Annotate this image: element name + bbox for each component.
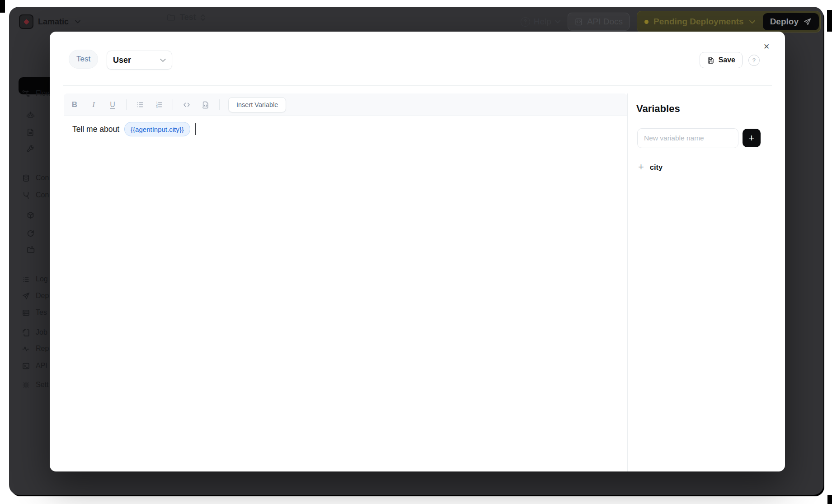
sidebar-item-label: Tes xyxy=(36,308,47,317)
editor-text: Tell me about xyxy=(72,125,119,134)
pending-deployments-label: Pending Deployments xyxy=(653,17,744,27)
database-icon xyxy=(22,174,30,182)
sidebar-item-connections[interactable]: Con xyxy=(22,187,49,203)
box-icon xyxy=(26,211,35,219)
insert-variable-button[interactable]: Insert Variable xyxy=(228,97,286,112)
sidebar-item-files[interactable] xyxy=(22,242,40,258)
connections-icon xyxy=(22,191,30,200)
sidebar-item-integrations[interactable] xyxy=(22,225,40,241)
api-docs-button[interactable]: API Docs xyxy=(568,13,630,31)
code-block-button[interactable] xyxy=(196,93,215,116)
lamatic-logo-icon xyxy=(19,14,33,29)
agent-icon xyxy=(26,111,35,119)
sidebar-item-jobs[interactable]: Job xyxy=(22,324,47,341)
sidebar-item-deployments[interactable]: Dep xyxy=(22,288,49,304)
save-icon xyxy=(707,56,714,64)
table-icon xyxy=(22,308,30,317)
add-variable-button[interactable]: + xyxy=(743,129,761,147)
sidebar-item-api[interactable]: API xyxy=(22,358,47,374)
help-icon[interactable]: ? xyxy=(748,55,760,66)
wrench-icon xyxy=(26,145,35,153)
sidebar-item-models[interactable] xyxy=(22,207,40,223)
chevron-down-icon xyxy=(160,58,166,62)
sidebar-item-label: Dep xyxy=(36,292,49,300)
sidebar-item-label: API xyxy=(36,362,47,370)
variable-name: city xyxy=(650,163,663,172)
folder-export-icon xyxy=(26,246,35,254)
chevron-down-icon xyxy=(555,20,560,23)
logs-icon xyxy=(22,275,30,284)
text-caret xyxy=(195,123,196,135)
toolbar-divider xyxy=(219,99,220,110)
ordered-list-button[interactable]: 123 xyxy=(150,93,169,116)
plus-icon: + xyxy=(749,132,755,144)
sidebar-item-label: Sett xyxy=(36,381,48,389)
flows-icon xyxy=(22,89,30,98)
help-circle-icon: ? xyxy=(521,17,530,27)
sidebar-item-context[interactable]: Con xyxy=(22,170,49,186)
svg-text:3: 3 xyxy=(156,105,158,108)
sidebar-item-label: Flow xyxy=(36,89,51,98)
sort-chevrons-icon xyxy=(200,14,206,21)
sidebar-item-tests[interactable]: Tes xyxy=(22,304,47,321)
screen-edge-artifact xyxy=(0,0,5,13)
variable-list-item[interactable]: + city xyxy=(638,162,663,172)
file-code-icon xyxy=(202,101,210,109)
sidebar-item-label: Log xyxy=(36,275,48,283)
project-name: Test xyxy=(180,13,196,22)
test-badge[interactable]: Test xyxy=(69,50,98,69)
project-switcher[interactable]: Test xyxy=(166,13,206,22)
editor-toolbar: B I U 123 Insert Variable xyxy=(64,93,627,116)
document-icon xyxy=(26,128,35,136)
variable-chip[interactable]: {{agentInput.city}} xyxy=(124,122,190,136)
pending-deployments[interactable]: Pending Deployments Deploy xyxy=(637,11,821,33)
deploy-button[interactable]: Deploy xyxy=(763,13,819,30)
prompt-editor-modal: ✕ Test User Save ? B I U 123 xyxy=(50,32,785,471)
sidebar-item-label: Con xyxy=(36,174,49,182)
screen-edge-artifact xyxy=(827,495,832,504)
sidebar-item-settings[interactable]: Sett xyxy=(22,377,48,393)
underline-button[interactable]: U xyxy=(103,93,122,116)
status-dot-icon xyxy=(644,20,649,24)
close-icon[interactable]: ✕ xyxy=(761,42,772,52)
activity-icon xyxy=(22,345,30,353)
sidebar-item-tools[interactable] xyxy=(22,140,40,157)
code-button[interactable] xyxy=(177,93,196,116)
sidebar-item-prompts[interactable] xyxy=(22,124,40,140)
sidebar-item-logs[interactable]: Log xyxy=(22,271,48,287)
deploy-label: Deploy xyxy=(770,17,799,27)
toolbar-divider xyxy=(173,99,173,110)
chevron-down-icon[interactable] xyxy=(749,20,755,24)
italic-button[interactable]: I xyxy=(84,93,103,116)
ordered-list-icon: 123 xyxy=(155,101,163,109)
sidebar-item-label: Rep xyxy=(36,345,49,353)
terminal-icon xyxy=(22,362,30,370)
folder-icon xyxy=(166,13,176,22)
jobs-icon xyxy=(22,328,30,337)
plus-icon: + xyxy=(638,162,644,172)
sidebar-item-reports[interactable]: Rep xyxy=(22,341,49,357)
api-docs-label: API Docs xyxy=(587,17,623,27)
send-icon xyxy=(22,292,30,300)
chevron-down-icon[interactable] xyxy=(75,20,80,23)
panel-divider xyxy=(627,93,628,471)
bullet-list-icon xyxy=(136,101,144,109)
help-menu[interactable]: ? Help xyxy=(521,17,560,27)
toolbar-divider xyxy=(126,99,127,110)
help-label: Help xyxy=(534,17,551,27)
docs-icon xyxy=(574,18,583,26)
send-icon xyxy=(803,18,812,26)
sidebar-item-agents[interactable] xyxy=(22,107,40,123)
save-button[interactable]: Save xyxy=(700,52,743,68)
editor-content[interactable]: Tell me about {{agentInput.city}} xyxy=(64,117,627,467)
code-icon xyxy=(183,101,191,109)
bold-button[interactable]: B xyxy=(65,93,84,116)
topbar: Lamatic Test ? Help xyxy=(19,10,821,33)
save-label: Save xyxy=(719,56,735,64)
new-variable-input[interactable] xyxy=(637,128,738,148)
header-divider xyxy=(63,85,772,86)
bullet-list-button[interactable] xyxy=(131,93,150,116)
sidebar-item-flows[interactable]: Flow xyxy=(22,85,51,102)
sidebar-item-label: Job xyxy=(36,328,47,336)
role-dropdown[interactable]: User xyxy=(107,51,172,70)
